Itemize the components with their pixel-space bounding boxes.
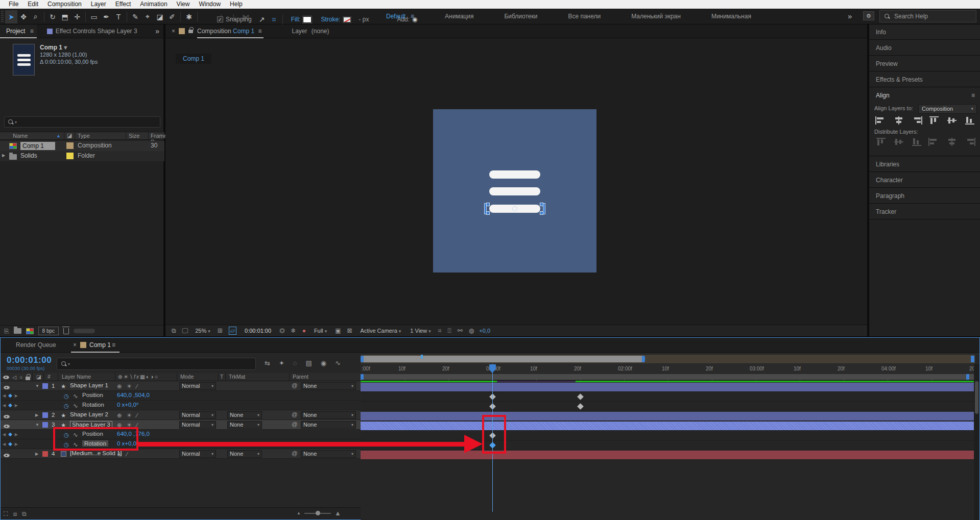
layer-duration-row[interactable] bbox=[361, 382, 975, 392]
align-left-icon[interactable] bbox=[875, 116, 887, 125]
expander-icon[interactable]: ▶ bbox=[35, 452, 38, 456]
property-value[interactable]: 0 x+0,0° bbox=[117, 402, 139, 408]
keyframe[interactable] bbox=[577, 403, 584, 410]
view-layout-dropdown[interactable]: 1 View ▾ bbox=[410, 328, 431, 334]
trkmat-dropdown[interactable]: None▾ bbox=[227, 421, 262, 429]
menu-file[interactable]: File bbox=[4, 0, 23, 9]
roto-brush-tool[interactable]: ✐ bbox=[166, 10, 178, 23]
timeline-vscrollbar[interactable] bbox=[974, 364, 979, 520]
stopwatch-icon[interactable]: ◷ bbox=[64, 392, 69, 400]
project-flowchart-icon[interactable]: ⎘ bbox=[4, 328, 9, 335]
align-to-dropdown[interactable]: Composition▾ bbox=[918, 104, 977, 114]
timeline-graph-area[interactable]: :00f10f20f01:00f10f20f02:00f10f20f03:00f… bbox=[361, 355, 975, 520]
layer-color-chip[interactable] bbox=[42, 383, 48, 389]
comp-flowchart-icon[interactable]: ⚯ bbox=[458, 327, 463, 334]
sidebar-panel-preview[interactable]: Preview bbox=[869, 56, 980, 71]
parent-pickwhip-icon[interactable]: @ bbox=[292, 421, 298, 427]
blend-mode-dropdown[interactable]: Normal▾ bbox=[179, 382, 216, 390]
shape-bar-1[interactable] bbox=[489, 170, 540, 179]
viewer-tab-comp1[interactable]: Comp 1 bbox=[176, 54, 211, 64]
timeline-button-icon[interactable]: ⍐ bbox=[448, 327, 451, 334]
prev-keyframe-icon[interactable]: ◀ bbox=[3, 442, 6, 447]
navigator-thumb[interactable] bbox=[364, 356, 642, 362]
current-timecode[interactable]: 0:00:01:00 bbox=[7, 355, 52, 365]
workspace-settings-icon[interactable]: ⚙ bbox=[863, 11, 874, 20]
close-icon[interactable]: × bbox=[73, 341, 77, 349]
menu-window[interactable]: Window bbox=[194, 0, 225, 9]
zoom-tool[interactable]: ⌕ bbox=[30, 10, 42, 23]
frame-blending-icon[interactable]: ▤ bbox=[306, 359, 312, 367]
zoom-in-icon[interactable]: ▲ bbox=[334, 509, 341, 517]
blend-mode-dropdown[interactable]: Normal▾ bbox=[179, 411, 216, 419]
selection-corner-handle[interactable] bbox=[540, 211, 543, 215]
draft-3d-icon[interactable]: ✦ bbox=[279, 359, 284, 367]
next-keyframe-icon[interactable]: ▶ bbox=[15, 432, 18, 437]
hand-tool[interactable]: ✥ bbox=[17, 10, 30, 23]
stroke-label[interactable]: Stroke: bbox=[321, 16, 340, 23]
work-area-start[interactable] bbox=[361, 374, 364, 380]
project-tabs-overflow-icon[interactable]: » bbox=[155, 27, 159, 35]
fast-previews-icon[interactable]: ▣ bbox=[335, 327, 341, 334]
parent-dropdown[interactable]: None▾ bbox=[301, 411, 356, 419]
sidebar-panel-paragraph[interactable]: Paragraph bbox=[869, 188, 980, 204]
layer-name[interactable]: Shape Layer 2 bbox=[70, 411, 108, 417]
timeline-zoom-slider[interactable]: ▲ ▲ bbox=[297, 509, 341, 517]
tab-composition[interactable]: Composition Comp 1 ≡ bbox=[197, 24, 264, 38]
layer-switches[interactable]: ⊕ ☀ ∕ bbox=[117, 412, 139, 419]
grid-guides-icon[interactable]: ⊞ bbox=[218, 327, 223, 334]
layer-switches[interactable]: ⊕ ∕ bbox=[117, 451, 129, 458]
always-preview-icon[interactable]: ⧉ bbox=[172, 327, 176, 334]
property-value[interactable]: 640,0 ,504,0 bbox=[117, 392, 150, 398]
layer-color-chip[interactable] bbox=[42, 451, 48, 457]
pan-behind-tool[interactable]: ✛ bbox=[71, 10, 83, 23]
exposure-value[interactable]: +0,0 bbox=[479, 328, 490, 334]
layer-row-1[interactable]: ▼1★Shape Layer 1⊕ ☀ ∕Normal▾@None▾ bbox=[1, 381, 361, 391]
prev-keyframe-icon[interactable]: ◀ bbox=[3, 432, 6, 437]
sidebar-panel-info[interactable]: Info bbox=[869, 24, 980, 40]
menu-view[interactable]: View bbox=[172, 0, 195, 9]
expand-inout-icon[interactable]: ⧉ bbox=[22, 510, 27, 517]
add-keyframe-icon[interactable]: ◆ bbox=[8, 403, 12, 408]
layer-name[interactable]: [Medium...e Solid 1] bbox=[70, 450, 122, 456]
transparency-grid-icon[interactable]: ⊠ bbox=[347, 327, 352, 334]
menu-help[interactable]: Help bbox=[225, 0, 247, 9]
sidebar-panel-character[interactable]: Character bbox=[869, 172, 980, 188]
add-keyframe-icon[interactable]: ◆ bbox=[8, 432, 12, 437]
eye-icon[interactable] bbox=[4, 386, 10, 389]
expander-icon[interactable]: ▼ bbox=[35, 384, 39, 388]
menu-layer[interactable]: Layer bbox=[86, 0, 111, 9]
add-keyframe-icon[interactable]: ◆ bbox=[8, 441, 12, 447]
hide-shy-layers-icon[interactable]: ◌ bbox=[293, 359, 297, 367]
project-item-name[interactable]: Comp 1 ▾ bbox=[40, 44, 98, 51]
keyframe[interactable] bbox=[577, 393, 584, 400]
camera-dropdown[interactable]: Active Camera ▾ bbox=[361, 328, 401, 334]
camera-tool[interactable]: ⬒ bbox=[59, 10, 71, 23]
layer-duration-row[interactable] bbox=[361, 411, 975, 421]
brush-tool[interactable]: ✎ bbox=[129, 10, 141, 23]
sort-ascending-icon[interactable]: ▲ bbox=[56, 133, 61, 138]
project-row-comp-1[interactable]: Comp 1Composition30 bbox=[0, 141, 164, 151]
snapshot-icon[interactable]: ⏣ bbox=[279, 327, 284, 334]
blend-mode-dropdown[interactable]: Normal▾ bbox=[179, 450, 216, 458]
time-navigator[interactable] bbox=[361, 355, 975, 363]
prev-keyframe-icon[interactable]: ◀ bbox=[3, 403, 6, 408]
fill-label[interactable]: Fill: bbox=[291, 16, 301, 23]
workspace-все-панели[interactable]: Все панели bbox=[566, 13, 603, 20]
eye-icon[interactable] bbox=[4, 415, 10, 418]
type-tool[interactable]: T bbox=[112, 10, 125, 23]
navigator-end-handle[interactable] bbox=[642, 356, 645, 362]
layer-duration-bar[interactable] bbox=[361, 412, 975, 420]
resolution-dropdown[interactable]: Full ▾ bbox=[314, 328, 327, 334]
selection-corner-handle[interactable] bbox=[540, 203, 543, 206]
tab-comp1-timeline[interactable]: Comp 1 bbox=[89, 341, 111, 349]
property-row-position[interactable]: ◀◆▶◷∿Position640,0 ,504,0 bbox=[1, 391, 361, 401]
fill-swatch[interactable] bbox=[303, 16, 312, 23]
parent-pickwhip-icon[interactable]: @ bbox=[292, 382, 298, 388]
parent-dropdown[interactable]: None▾ bbox=[301, 421, 356, 429]
blend-mode-dropdown[interactable]: Normal▾ bbox=[179, 421, 216, 429]
sidebar-panel-effects-presets[interactable]: Effects & Presets bbox=[869, 72, 980, 87]
align-panel-menu-icon[interactable]: ≡ bbox=[971, 92, 975, 99]
help-search-box[interactable]: Search Help bbox=[879, 10, 976, 22]
timeline-search-input[interactable]: ▾ bbox=[57, 358, 256, 370]
layer-duration-bar[interactable] bbox=[361, 451, 975, 459]
